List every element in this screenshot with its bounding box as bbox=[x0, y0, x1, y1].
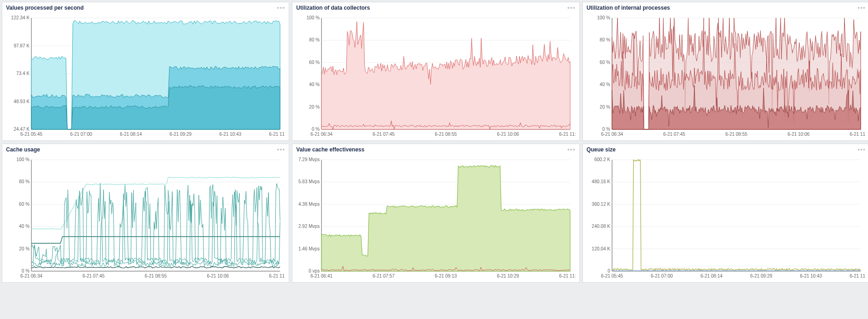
svg-text:0 %: 0 % bbox=[312, 127, 320, 132]
svg-text:97.87 K: 97.87 K bbox=[14, 43, 30, 48]
svg-text:4.38 Mvps: 4.38 Mvps bbox=[298, 202, 320, 207]
svg-text:6-21 05:45: 6-21 05:45 bbox=[601, 273, 623, 278]
svg-text:73.4 K: 73.4 K bbox=[16, 71, 29, 76]
svg-text:6-21 11:58: 6-21 11:58 bbox=[269, 132, 285, 137]
panel-header: Value cache effectiveness ••• bbox=[292, 144, 579, 154]
ellipsis-icon[interactable]: ••• bbox=[857, 148, 866, 151]
panel-util-collectors: Utilization of data collectors ••• 0 %20… bbox=[292, 2, 579, 141]
svg-text:480.16 K: 480.16 K bbox=[592, 179, 610, 184]
panel-header: Queue size ••• bbox=[583, 144, 868, 154]
svg-text:6-21 10:06: 6-21 10:06 bbox=[207, 273, 229, 278]
ellipsis-icon[interactable]: ••• bbox=[857, 6, 866, 9]
svg-text:1.46 Mvps: 1.46 Mvps bbox=[298, 246, 320, 251]
svg-text:240.08 K: 240.08 K bbox=[592, 224, 610, 229]
svg-text:122.34 K: 122.34 K bbox=[11, 15, 29, 20]
svg-text:6-21 11:16: 6-21 11:16 bbox=[850, 132, 866, 137]
panel-title: Values processed per second bbox=[6, 5, 84, 11]
ellipsis-icon[interactable]: ••• bbox=[277, 148, 285, 151]
svg-text:40 %: 40 % bbox=[309, 82, 320, 87]
panel-title: Utilization of internal processes bbox=[587, 5, 670, 11]
svg-text:0 %: 0 % bbox=[22, 268, 29, 273]
svg-text:2.92 Mvps: 2.92 Mvps bbox=[298, 224, 320, 229]
svg-text:40 %: 40 % bbox=[600, 82, 610, 87]
svg-text:6-21 10:06: 6-21 10:06 bbox=[787, 132, 810, 137]
svg-text:100 %: 100 % bbox=[307, 15, 320, 20]
svg-text:6-21 11:58: 6-21 11:58 bbox=[850, 273, 866, 278]
svg-text:6-21 06:41: 6-21 06:41 bbox=[311, 273, 333, 278]
svg-text:6-21 10:06: 6-21 10:06 bbox=[497, 132, 519, 137]
panel-title: Value cache effectiveness bbox=[296, 146, 364, 153]
svg-text:60 %: 60 % bbox=[19, 202, 29, 207]
svg-text:100 %: 100 % bbox=[17, 157, 29, 162]
panel-title: Queue size bbox=[587, 146, 616, 153]
panel-util-internal: Utilization of internal processes ••• 0 … bbox=[583, 2, 868, 141]
panel-title: Cache usage bbox=[6, 146, 40, 153]
svg-text:6-21 07:00: 6-21 07:00 bbox=[651, 273, 673, 278]
svg-text:6-21 05:45: 6-21 05:45 bbox=[20, 132, 42, 137]
panel-title: Utilization of data collectors bbox=[296, 5, 370, 11]
chart-area[interactable]: 0 %20 %40 %60 %80 %100 %6-21 06:346-21 0… bbox=[292, 12, 579, 140]
svg-text:20 %: 20 % bbox=[19, 246, 29, 251]
svg-text:6-21 07:45: 6-21 07:45 bbox=[82, 273, 105, 278]
ellipsis-icon[interactable]: ••• bbox=[567, 6, 576, 9]
svg-text:0 vps: 0 vps bbox=[309, 268, 320, 273]
svg-text:6-21 08:55: 6-21 08:55 bbox=[725, 132, 747, 137]
svg-text:600.2 K: 600.2 K bbox=[594, 157, 610, 162]
svg-text:6-21 10:43: 6-21 10:43 bbox=[219, 132, 241, 137]
svg-text:6-21 09:29: 6-21 09:29 bbox=[169, 132, 192, 137]
ellipsis-icon[interactable]: ••• bbox=[567, 148, 576, 151]
panel-queue-size: Queue size ••• 0120.04 K240.08 K360.12 K… bbox=[583, 144, 868, 283]
svg-text:6-21 08:14: 6-21 08:14 bbox=[120, 132, 142, 137]
svg-text:6-21 06:34: 6-21 06:34 bbox=[20, 273, 42, 278]
svg-text:6-21 11:16: 6-21 11:16 bbox=[559, 132, 576, 137]
svg-text:24.47 K: 24.47 K bbox=[14, 127, 30, 132]
svg-text:120.04 K: 120.04 K bbox=[592, 246, 610, 251]
svg-text:360.12 K: 360.12 K bbox=[592, 202, 610, 207]
svg-text:6-21 09:13: 6-21 09:13 bbox=[435, 273, 457, 278]
chart-area[interactable]: 24.47 K48.93 K73.4 K97.87 K122.34 K6-21 … bbox=[2, 12, 289, 140]
chart-area[interactable]: 0120.04 K240.08 K360.12 K480.16 K600.2 K… bbox=[583, 154, 868, 282]
svg-text:6-21 06:34: 6-21 06:34 bbox=[601, 132, 623, 137]
svg-text:6-21 07:00: 6-21 07:00 bbox=[70, 132, 92, 137]
svg-text:6-21 07:45: 6-21 07:45 bbox=[663, 132, 685, 137]
svg-text:6-21 08:14: 6-21 08:14 bbox=[700, 273, 722, 278]
ellipsis-icon[interactable]: ••• bbox=[277, 6, 285, 9]
svg-text:6-21 10:43: 6-21 10:43 bbox=[800, 273, 822, 278]
svg-text:40 %: 40 % bbox=[19, 224, 29, 229]
panel-values-processed: Values processed per second ••• 24.47 K4… bbox=[2, 2, 289, 141]
panel-header: Cache usage ••• bbox=[2, 144, 289, 154]
svg-text:6-21 08:55: 6-21 08:55 bbox=[145, 273, 167, 278]
panel-header: Values processed per second ••• bbox=[2, 2, 289, 12]
svg-text:100 %: 100 % bbox=[597, 15, 610, 20]
svg-text:80 %: 80 % bbox=[600, 37, 610, 42]
svg-text:5.83 Mvps: 5.83 Mvps bbox=[298, 179, 320, 184]
svg-text:60 %: 60 % bbox=[600, 60, 610, 65]
svg-text:80 %: 80 % bbox=[309, 37, 320, 42]
svg-text:6-21 10:29: 6-21 10:29 bbox=[497, 273, 519, 278]
svg-text:6-21 11:45: 6-21 11:45 bbox=[559, 273, 576, 278]
svg-text:20 %: 20 % bbox=[600, 104, 610, 110]
svg-text:0: 0 bbox=[607, 268, 610, 273]
svg-text:6-21 09:29: 6-21 09:29 bbox=[750, 273, 772, 278]
panel-cache-usage: Cache usage ••• 0 %20 %40 %60 %80 %100 %… bbox=[2, 144, 289, 283]
svg-text:48.93 K: 48.93 K bbox=[14, 99, 30, 104]
panel-header: Utilization of data collectors ••• bbox=[292, 2, 579, 12]
svg-text:7.29 Mvps: 7.29 Mvps bbox=[298, 157, 320, 162]
svg-text:6-21 06:34: 6-21 06:34 bbox=[311, 132, 333, 137]
svg-text:60 %: 60 % bbox=[309, 60, 320, 65]
svg-text:6-21 07:45: 6-21 07:45 bbox=[373, 132, 395, 137]
svg-text:6-21 11:16: 6-21 11:16 bbox=[269, 273, 285, 278]
svg-text:6-21 08:55: 6-21 08:55 bbox=[435, 132, 457, 137]
chart-area[interactable]: 0 %20 %40 %60 %80 %100 %6-21 06:346-21 0… bbox=[583, 12, 868, 140]
svg-text:20 %: 20 % bbox=[309, 104, 320, 110]
panel-header: Utilization of internal processes ••• bbox=[583, 2, 868, 12]
chart-area[interactable]: 0 vps1.46 Mvps2.92 Mvps4.38 Mvps5.83 Mvp… bbox=[292, 154, 579, 282]
svg-text:6-21 07:57: 6-21 07:57 bbox=[373, 273, 395, 278]
svg-text:80 %: 80 % bbox=[19, 179, 29, 184]
svg-text:0 %: 0 % bbox=[602, 127, 610, 132]
chart-area[interactable]: 0 %20 %40 %60 %80 %100 %6-21 06:346-21 0… bbox=[2, 154, 289, 282]
panel-value-cache-eff: Value cache effectiveness ••• 0 vps1.46 … bbox=[292, 144, 579, 283]
